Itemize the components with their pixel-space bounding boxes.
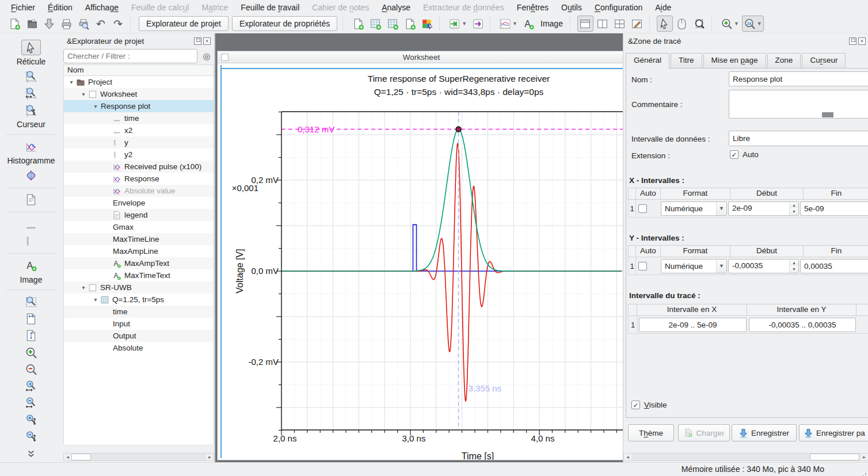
menu-item-edition[interactable]: Édition bbox=[41, 1, 79, 14]
violin-plot-icon[interactable] bbox=[21, 167, 41, 183]
tree-item-response-plot[interactable]: ▾Response plot bbox=[64, 100, 214, 112]
plot-y-range-button[interactable]: -0,00035 .. 0,00035 bbox=[749, 318, 856, 332]
zoom-in-y-icon[interactable] bbox=[21, 412, 41, 428]
hand-icon[interactable] bbox=[674, 16, 690, 32]
explorateur-de-proprietes-button[interactable]: Explorateur de propriétés bbox=[232, 16, 337, 31]
zoom-out-minus-icon[interactable] bbox=[21, 361, 41, 377]
undo-icon[interactable]: ↶ bbox=[93, 16, 109, 32]
menu-item-affichage[interactable]: Affichage bbox=[79, 1, 125, 14]
new-spreadsheet-icon[interactable] bbox=[367, 16, 383, 32]
x-format-combobox[interactable]: Numérique▼ bbox=[661, 201, 727, 216]
visible-checkbox[interactable]: ✓ Visible bbox=[631, 401, 667, 409]
expander-icon[interactable]: ▾ bbox=[91, 103, 100, 109]
layout-two-icon[interactable] bbox=[595, 16, 611, 32]
color-maps-icon[interactable] bbox=[419, 16, 435, 32]
tree-item-maxtimetext[interactable]: AMaxTimeText bbox=[64, 269, 214, 281]
zoom-in-icon[interactable]: ▼ bbox=[719, 16, 741, 32]
zoom-page-icon[interactable] bbox=[691, 16, 707, 32]
tree-item-y2[interactable]: y2 bbox=[64, 148, 214, 161]
select-cursor-icon[interactable] bbox=[657, 16, 673, 32]
axis-horizontal-icon[interactable] bbox=[21, 216, 41, 232]
save-default-button[interactable]: Enregistrer pa bbox=[799, 424, 868, 441]
resize-grip[interactable] bbox=[865, 473, 866, 474]
scroll-right-icon[interactable]: ▸ bbox=[206, 454, 214, 460]
add-text-icon[interactable]: A bbox=[520, 16, 536, 32]
menu-item-analyse[interactable]: Analyse bbox=[375, 1, 417, 14]
comment-field[interactable] bbox=[729, 90, 868, 119]
add-text-icon[interactable]: A bbox=[21, 258, 41, 273]
layout-grid-icon[interactable] bbox=[612, 16, 628, 32]
x-end-field[interactable]: 5e-09 bbox=[800, 201, 868, 216]
tree-item-sr-uwb[interactable]: ▾SR-UWB bbox=[64, 281, 214, 294]
image-toolbar-label[interactable]: Image bbox=[537, 19, 566, 28]
tree-item-gmax[interactable]: Gmax bbox=[64, 221, 214, 233]
expander-icon[interactable]: ▾ bbox=[67, 79, 76, 85]
y-end-field[interactable]: 0,00035 bbox=[800, 259, 868, 273]
zoom-select-x-icon[interactable] bbox=[21, 86, 41, 101]
scroll-left-icon[interactable]: ◂ bbox=[64, 454, 71, 460]
chevron-double-down-icon[interactable] bbox=[21, 446, 41, 462]
tree-item-output[interactable]: Output bbox=[64, 330, 214, 342]
zoom-in-x-icon[interactable] bbox=[21, 378, 41, 394]
tree-item-time[interactable]: time bbox=[64, 112, 214, 124]
menu-item-outils[interactable]: Outils bbox=[555, 1, 588, 14]
tab-curseur[interactable]: Curseur bbox=[802, 53, 846, 68]
float-dock-icon[interactable] bbox=[194, 37, 201, 45]
search-input[interactable] bbox=[63, 49, 197, 63]
x-start-spinbox[interactable]: 2e-09 ▲▼ bbox=[728, 201, 799, 216]
name-field[interactable]: Response plot bbox=[729, 71, 868, 86]
tree-item-maxampline[interactable]: MaxAmpLine bbox=[64, 245, 214, 257]
document-icon[interactable] bbox=[21, 192, 41, 208]
export-data-icon[interactable] bbox=[470, 16, 486, 32]
data-range-combobox[interactable]: Libre▼ bbox=[729, 131, 868, 146]
filter-options-icon[interactable]: ◎ bbox=[199, 49, 214, 63]
tree-item-response[interactable]: Response bbox=[64, 173, 214, 185]
zoom-out-y-icon[interactable] bbox=[21, 429, 41, 444]
axis-vertical-icon[interactable] bbox=[21, 233, 41, 249]
y-auto-checkbox[interactable] bbox=[638, 262, 647, 271]
tab-general[interactable]: Général bbox=[626, 53, 669, 69]
zoom-one-icon[interactable]: 1x▼ bbox=[742, 16, 764, 32]
zoom-select-icon[interactable] bbox=[21, 68, 41, 84]
zoom-fit-icon[interactable] bbox=[21, 294, 41, 310]
zoom-select-y-icon[interactable] bbox=[21, 102, 41, 118]
tree-item-worksheet[interactable]: ▾Worksheet bbox=[64, 88, 214, 100]
explorateur-de-projet-button[interactable]: Explorateur de projet bbox=[139, 16, 229, 31]
tree-item-input[interactable]: Input bbox=[64, 318, 214, 330]
tree-item-maxamptext[interactable]: AMaxAmpText bbox=[64, 257, 214, 269]
explorer-hscrollbar[interactable]: ◂ ▸ bbox=[63, 453, 214, 461]
open-folder-icon[interactable] bbox=[24, 16, 40, 32]
menu-item-feuille-de-travail[interactable]: Feuille de travail bbox=[234, 1, 306, 14]
new-plot-icon[interactable]: ▼ bbox=[497, 16, 519, 32]
tree-item-y[interactable]: y bbox=[64, 136, 214, 148]
worksheet-canvas[interactable]: Time response of SuperRegenerative recei… bbox=[218, 63, 623, 460]
tree-item-legend[interactable]: legend bbox=[64, 209, 214, 221]
save-arrow-icon[interactable] bbox=[41, 16, 57, 32]
new-matrix-icon[interactable] bbox=[384, 16, 401, 32]
fit-height-icon[interactable] bbox=[21, 328, 41, 344]
tree-item-x2[interactable]: x2 bbox=[64, 124, 214, 136]
xy-curve-icon[interactable] bbox=[21, 139, 41, 154]
menu-item-fichier[interactable]: Fichier bbox=[5, 1, 41, 14]
tab-zone[interactable]: Zone bbox=[767, 53, 801, 68]
tree-item-q-1-25-tr-5ps[interactable]: ▾Q=1.25, tr=5ps bbox=[64, 294, 214, 306]
tree-item-absolute[interactable]: Absolute bbox=[64, 342, 214, 354]
menu-item-configuration[interactable]: Configuration bbox=[588, 1, 649, 14]
y-format-combobox[interactable]: Numérique▼ bbox=[661, 259, 727, 273]
expander-icon[interactable]: ▾ bbox=[79, 284, 88, 291]
new-worksheet-icon[interactable] bbox=[350, 16, 366, 32]
tree-item-time[interactable]: time bbox=[64, 306, 214, 318]
y-start-spinbox[interactable]: -0,00035 ▲▼ bbox=[728, 259, 799, 273]
cursor-arrow-icon[interactable] bbox=[21, 40, 41, 55]
import-data-icon[interactable]: ▼ bbox=[447, 16, 469, 32]
expander-icon[interactable]: ▾ bbox=[91, 296, 100, 303]
extension-auto-checkbox[interactable]: ✓ Auto bbox=[730, 150, 759, 159]
print-preview-icon[interactable] bbox=[75, 16, 92, 32]
theme-button[interactable]: Thème bbox=[628, 424, 674, 441]
fit-width-icon[interactable] bbox=[21, 311, 41, 326]
layout-edit-icon[interactable] bbox=[629, 16, 645, 32]
textarea-resize-grip[interactable] bbox=[822, 112, 833, 117]
layout-single-icon[interactable] bbox=[577, 16, 593, 32]
zoom-out-x-icon[interactable] bbox=[21, 395, 41, 411]
menu-item-aide[interactable]: Aide bbox=[649, 1, 677, 14]
